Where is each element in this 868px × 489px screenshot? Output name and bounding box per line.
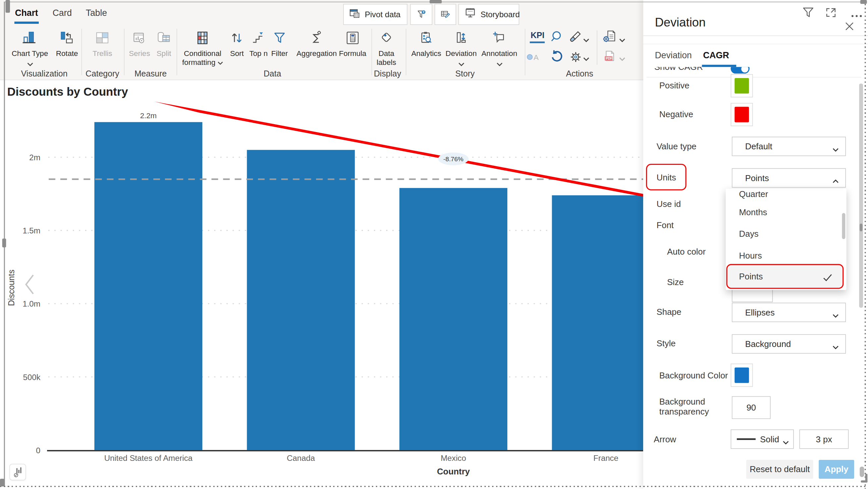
dropdown-option-points[interactable]: Points: [726, 264, 843, 289]
reset-to-default-button[interactable]: Reset to default: [746, 460, 813, 479]
chart-type-button[interactable]: Chart Type: [11, 27, 49, 64]
prev-page-chevron[interactable]: [26, 275, 33, 294]
close-icon[interactable]: [844, 21, 855, 34]
resize-handle-left-middle[interactable]: [2, 238, 6, 247]
data-labels-button[interactable]: Data labels: [373, 27, 400, 66]
y-axis-title: Discounts: [7, 269, 16, 306]
pivot-data-label: Pivot data: [365, 10, 401, 19]
bar-2[interactable]: [399, 188, 507, 450]
panel-tab-cagr[interactable]: CAGR: [703, 50, 729, 60]
split-button[interactable]: Split: [153, 27, 175, 58]
data-labels-icon: [373, 30, 400, 48]
zoom-button[interactable]: [549, 29, 565, 48]
resize-handle-top-middle[interactable]: [430, 0, 442, 3]
deviation-icon: [445, 30, 477, 48]
series-icon: [126, 30, 153, 48]
bar-1[interactable]: [247, 150, 355, 450]
trellis-icon: [87, 30, 117, 48]
dropdown-option-hours[interactable]: Hours: [739, 251, 762, 261]
analytics-button[interactable]: Analytics: [410, 27, 443, 58]
x-category-label[interactable]: France: [593, 454, 618, 462]
edit-table-button[interactable]: [434, 4, 456, 25]
panel-scrollbar[interactable]: [859, 84, 863, 307]
panel-tab-deviation[interactable]: Deviation: [655, 50, 691, 60]
chevron-down-icon[interactable]: [583, 54, 589, 64]
size-label: Size: [667, 277, 684, 287]
style-dropdown[interactable]: Background: [732, 334, 846, 354]
dropdown-option-days[interactable]: Days: [739, 229, 759, 239]
auto-color-label: Auto color: [667, 247, 706, 257]
tab-chart-underline: [14, 22, 39, 24]
bar-0[interactable]: [94, 122, 203, 450]
arrow-style-dropdown[interactable]: Solid: [731, 429, 794, 449]
top-n-button[interactable]: Top n: [248, 27, 269, 58]
value-type-dropdown[interactable]: Default: [732, 137, 846, 156]
kpi-underline: [530, 41, 545, 43]
chevron-down-icon: [218, 61, 223, 65]
y-tick-label: 2m: [29, 153, 40, 162]
tab-chart[interactable]: Chart: [15, 8, 38, 18]
value-type-label: Value type: [656, 142, 696, 152]
background-color-picker[interactable]: [731, 363, 753, 387]
bar-3[interactable]: [552, 195, 644, 450]
background-transparency-input[interactable]: 90: [732, 396, 771, 419]
kpi-button[interactable]: KPI: [529, 30, 546, 40]
undo-button[interactable]: [549, 49, 565, 68]
trellis-button[interactable]: Trellis: [87, 27, 117, 58]
series-button[interactable]: Series: [126, 27, 153, 58]
pdf-export-button[interactable]: PDF: [601, 49, 618, 68]
scrollbar-thumb[interactable]: [859, 224, 862, 231]
conditional-formatting-button[interactable]: Conditional formatting: [182, 27, 223, 66]
deviation-button[interactable]: Deviation: [445, 27, 477, 64]
divider: [643, 35, 868, 36]
resize-handle-bottom-left[interactable]: [0, 479, 4, 486]
formula-button[interactable]: Formula: [338, 27, 367, 58]
apply-button[interactable]: Apply: [819, 460, 854, 479]
filter-lock-button[interactable]: [410, 4, 433, 25]
y-tick-label: 0: [36, 446, 40, 455]
settings-document-button[interactable]: [601, 29, 618, 48]
rotate-button[interactable]: Rotate: [53, 27, 82, 58]
x-category-label[interactable]: United States of America: [104, 454, 193, 462]
background-color-label: Background Color: [659, 371, 728, 381]
format-painter-button[interactable]: [567, 29, 584, 48]
x-category-label[interactable]: Canada: [287, 454, 315, 462]
filter-icon[interactable]: [802, 7, 814, 21]
dropdown-option-months[interactable]: Months: [739, 207, 767, 218]
auto-color-button[interactable]: A: [525, 49, 544, 68]
negative-color-picker[interactable]: [731, 103, 753, 126]
arrow-width-input[interactable]: 3 px: [800, 429, 849, 449]
positive-color-picker[interactable]: [731, 74, 753, 97]
positive-label: Positive: [659, 81, 689, 91]
resize-handle-top-right[interactable]: [860, 0, 867, 4]
annotation-button[interactable]: Annotation: [479, 27, 519, 64]
arrow-label: Arrow: [654, 434, 676, 444]
x-category-label[interactable]: Mexico: [441, 454, 466, 462]
focus-mode-icon[interactable]: [825, 7, 837, 21]
dropdown-option-quarter[interactable]: Quarter: [739, 189, 768, 199]
resize-handle-bottom-right-v[interactable]: [865, 474, 868, 483]
show-cagr-toggle[interactable]: [731, 67, 749, 73]
units-dropdown[interactable]: Points: [732, 168, 846, 188]
chevron-down-icon[interactable]: [619, 35, 626, 45]
sort-button[interactable]: Sort: [225, 27, 248, 58]
shape-dropdown[interactable]: Ellipses: [732, 303, 846, 322]
chevron-down-icon[interactable]: [619, 54, 626, 64]
aggregation-button[interactable]: Aggregation: [296, 27, 337, 58]
resize-handle-top-left[interactable]: [6, 0, 10, 12]
filter-button[interactable]: Filter: [270, 27, 289, 58]
cagr-trend-line[interactable]: [154, 102, 643, 197]
more-options-icon[interactable]: [850, 10, 864, 21]
divider: [643, 44, 868, 44]
group-label-display: Display: [349, 68, 426, 78]
dropdown-scrollbar[interactable]: [842, 213, 845, 239]
storyboard-button[interactable]: Storyboard: [458, 4, 519, 25]
tab-table[interactable]: Table: [86, 8, 107, 18]
tab-card[interactable]: Card: [53, 8, 72, 18]
conditional-formatting-icon: [182, 30, 223, 48]
pivot-data-button[interactable]: Pivot data: [343, 4, 407, 25]
settings-gear-button[interactable]: [567, 49, 584, 68]
group-separator: [124, 29, 125, 75]
chevron-down-icon[interactable]: [583, 35, 589, 45]
chart-settings-button[interactable]: [9, 464, 26, 480]
